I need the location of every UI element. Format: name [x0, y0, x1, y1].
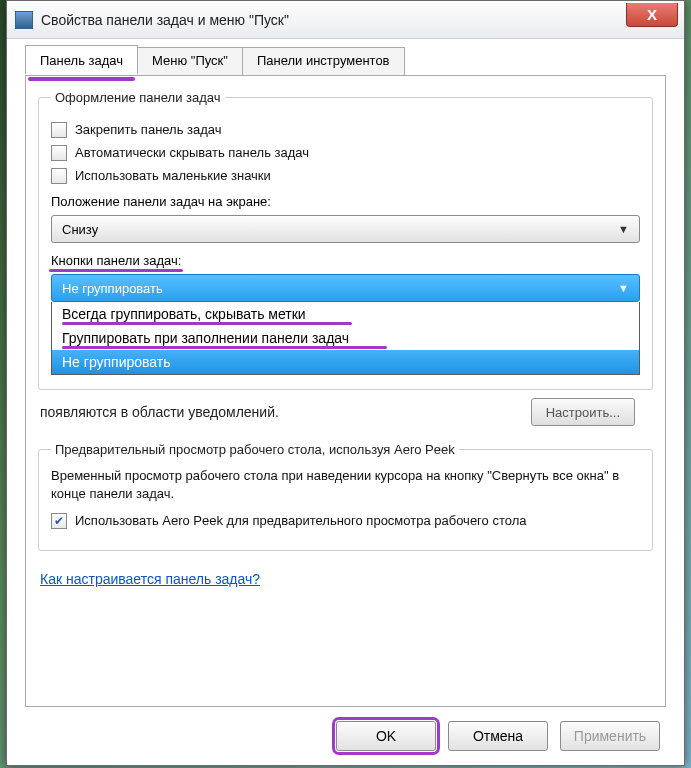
- buttons-label: Кнопки панели задач:: [51, 253, 640, 268]
- titlebar: Свойства панели задач и меню "Пуск" X: [7, 1, 684, 39]
- help-link[interactable]: Как настраивается панель задач?: [40, 571, 260, 587]
- chevron-down-icon: ▼: [618, 282, 629, 294]
- configure-button[interactable]: Настроить...: [531, 398, 635, 426]
- appearance-group: Оформление панели задач Закрепить панель…: [38, 90, 653, 390]
- lock-taskbar-label: Закрепить панель задач: [75, 122, 222, 137]
- autohide-checkbox[interactable]: [51, 145, 67, 161]
- checkmark-icon: ✔: [54, 514, 64, 528]
- ok-button[interactable]: OK: [336, 721, 436, 751]
- tab-panel-taskbar: Оформление панели задач Закрепить панель…: [25, 75, 666, 707]
- appearance-legend: Оформление панели задач: [51, 90, 225, 105]
- position-value: Снизу: [62, 222, 98, 237]
- autohide-label: Автоматически скрывать панель задач: [75, 145, 309, 160]
- chevron-down-icon: ▼: [618, 223, 629, 235]
- option-group-when-full[interactable]: Группировать при заполнении панели задач: [52, 326, 639, 350]
- cancel-button[interactable]: Отмена: [448, 721, 548, 751]
- window-title: Свойства панели задач и меню "Пуск": [41, 12, 289, 28]
- lock-taskbar-checkbox[interactable]: [51, 122, 67, 138]
- tab-toolbars[interactable]: Панели инструментов: [242, 47, 405, 75]
- tab-strip: Панель задач Меню "Пуск" Панели инструме…: [25, 47, 684, 75]
- tab-start-menu[interactable]: Меню "Пуск": [137, 47, 243, 75]
- small-icons-checkbox[interactable]: [51, 168, 67, 184]
- close-icon: X: [647, 6, 657, 23]
- taskbar-properties-icon: [15, 11, 33, 29]
- close-button[interactable]: X: [626, 3, 678, 27]
- dialog-button-bar: OK Отмена Применить: [7, 707, 684, 765]
- buttons-dropdown-list: Всегда группировать, скрывать метки Груп…: [51, 302, 640, 375]
- buttons-value: Не группировать: [62, 281, 163, 296]
- aero-peek-group: Предварительный просмотр рабочего стола,…: [38, 442, 653, 551]
- position-combo[interactable]: Снизу ▼: [51, 215, 640, 243]
- aero-peek-checkbox[interactable]: ✔: [51, 513, 67, 529]
- option-always-group[interactable]: Всегда группировать, скрывать метки: [52, 302, 639, 326]
- position-label: Положение панели задач на экране:: [51, 194, 640, 209]
- aero-peek-description: Временный просмотр рабочего стола при на…: [51, 467, 640, 503]
- aero-peek-legend: Предварительный просмотр рабочего стола,…: [51, 442, 459, 457]
- tab-taskbar[interactable]: Панель задач: [25, 45, 138, 75]
- buttons-combo[interactable]: Не группировать ▼: [51, 274, 640, 302]
- aero-peek-label: Использовать Aero Peek для предварительн…: [75, 513, 527, 528]
- option-never-group[interactable]: Не группировать: [52, 350, 639, 374]
- apply-button[interactable]: Применить: [560, 721, 660, 751]
- small-icons-label: Использовать маленькие значки: [75, 168, 271, 183]
- properties-dialog: Свойства панели задач и меню "Пуск" X Па…: [6, 0, 685, 766]
